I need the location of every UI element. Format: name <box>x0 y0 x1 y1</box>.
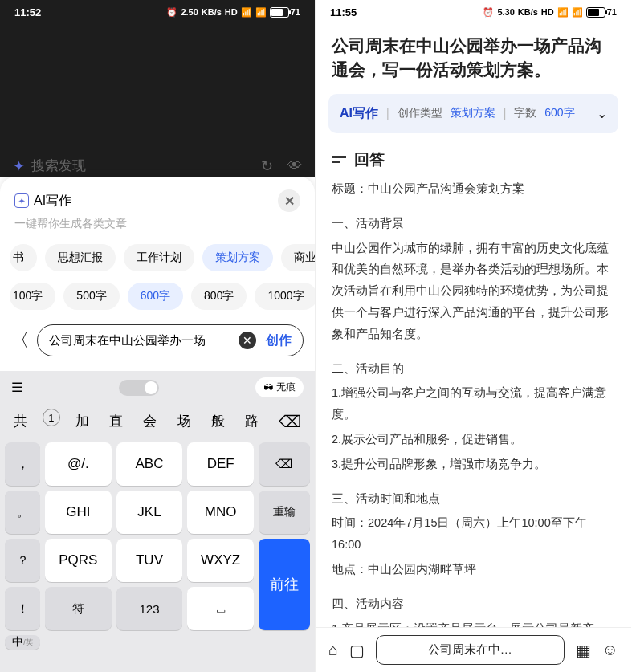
key-at[interactable]: @/. <box>45 442 112 486</box>
kbd-menu-icon[interactable]: ☰ <box>11 380 22 395</box>
key-comma[interactable]: ， <box>5 442 40 486</box>
alarm-icon: ⏰ <box>166 7 177 18</box>
assistant-icon[interactable]: ☺ <box>602 641 618 659</box>
chip-category[interactable]: 书 <box>10 244 37 271</box>
key-ghi[interactable]: GHI <box>45 491 112 534</box>
prompt-input[interactable] <box>49 334 234 348</box>
chip-length[interactable]: 100字 <box>10 283 55 310</box>
ai-writing-sheet: ✦ AI写作 ✕ 一键帮你生成各类文章 书 思想汇报 工作计划 策划方案 商业计… <box>0 177 315 672</box>
chip-length[interactable]: 1000字 <box>255 283 315 310</box>
kbd-candidate[interactable]: 般 <box>206 409 230 434</box>
keyboard: ☰ 🕶 无痕 共 1 加 直 会 场 般 路 ⌫ ， @/. <box>0 371 315 672</box>
key-mno[interactable]: MNO <box>187 491 254 534</box>
list-item: 时间：2024年7月15日（周六）上午10:00至下午16:00 <box>332 512 615 556</box>
net-unit: KB/s <box>202 7 222 17</box>
hd-icon: HD <box>225 7 238 17</box>
kbd-backspace-icon[interactable]: ⌫ <box>274 409 306 434</box>
sparkle-icon: ✦ <box>13 157 25 175</box>
status-time: 11:52 <box>14 6 41 18</box>
config-box[interactable]: AI写作 | 创作类型 策划方案 | 字数 600字 ⌄ <box>328 94 618 133</box>
incognito-icon: 🕶 <box>263 382 273 393</box>
key-123[interactable]: 123 <box>116 587 183 630</box>
kbd-candidate[interactable]: 场 <box>173 409 196 434</box>
length-chips: 100字 500字 600字 800字 1000字 <box>0 279 315 313</box>
create-button[interactable]: 创作 <box>261 332 296 349</box>
chevron-down-icon[interactable]: ⌄ <box>597 106 607 121</box>
section-head: 一、活动背景 <box>332 213 615 234</box>
key-period[interactable]: 。 <box>5 491 40 534</box>
back-icon[interactable]: 〈 <box>11 328 29 352</box>
prompt-title: 公司周末在中山公园举办一场产品沟通会，写一份活动策划方案。 <box>316 24 631 94</box>
chip-category[interactable]: 商业计划 <box>281 244 315 271</box>
net-speed: 5.30 <box>497 7 514 17</box>
status-indicators: ⏰ 5.30 KB/s HD 📶 📶 71 <box>483 7 617 18</box>
answer-icon <box>332 156 346 163</box>
hd-icon: HD <box>541 7 554 17</box>
chip-length[interactable]: 500字 <box>63 283 119 310</box>
signal-icon: 📶 <box>557 7 569 18</box>
battery-indicator: 71 <box>586 7 617 18</box>
wifi-icon: 📶 <box>572 7 583 18</box>
kbd-candidate[interactable]: 会 <box>138 409 161 434</box>
status-bar: 11:52 ⏰ 2.50 KB/s HD 📶 📶 71 <box>0 0 315 24</box>
chip-length[interactable]: 600字 <box>128 283 183 310</box>
clear-icon[interactable]: ✕ <box>239 332 256 349</box>
kbd-candidates: 共 1 加 直 会 场 般 路 ⌫ <box>0 404 315 439</box>
eye-icon[interactable]: 👁 <box>287 157 302 175</box>
kbd-candidate[interactable]: 1 <box>43 409 60 426</box>
key-reinput[interactable]: 重输 <box>259 491 310 534</box>
refresh-icon[interactable]: ↻ <box>261 157 273 175</box>
kbd-candidate[interactable]: 直 <box>104 409 128 434</box>
answer-label: 回答 <box>354 149 385 170</box>
config-type-value: 策划方案 <box>451 106 495 120</box>
kbd-candidate[interactable]: 路 <box>240 409 263 434</box>
kbd-candidate[interactable]: 加 <box>71 409 94 434</box>
key-lang[interactable]: 中/英 <box>5 635 40 650</box>
chip-length[interactable]: 800字 <box>191 283 247 310</box>
category-chips: 书 思想汇报 工作计划 策划方案 商业计划 <box>0 241 315 275</box>
section-head: 二、活动目的 <box>332 358 615 380</box>
search-discover-row: ✦ 搜索发现 ↻ 👁 <box>0 157 315 175</box>
article-title: 标题：中山公园产品沟通会策划方案 <box>332 178 615 200</box>
key-def[interactable]: DEF <box>187 442 254 486</box>
config-type-label: 创作类型 <box>398 106 442 120</box>
battery-indicator: 71 <box>270 7 300 18</box>
status-time: 11:55 <box>330 6 357 18</box>
chip-category[interactable]: 思想汇报 <box>45 244 116 271</box>
sheet-title: AI写作 <box>34 193 71 210</box>
list-item: 地点：中山公园内湖畔草坪 <box>332 559 615 580</box>
apps-icon[interactable]: ▦ <box>576 641 591 660</box>
chip-category[interactable]: 工作计划 <box>124 244 194 271</box>
key-pqrs[interactable]: PQRS <box>45 539 112 582</box>
key-tuv[interactable]: TUV <box>116 539 183 582</box>
status-indicators: ⏰ 2.50 KB/s HD 📶 📶 71 <box>166 7 300 18</box>
close-icon[interactable]: ✕ <box>278 189 300 212</box>
ai-icon: ✦ <box>14 193 29 208</box>
kbd-candidate[interactable]: 共 <box>9 409 32 434</box>
key-question[interactable]: ？ <box>5 539 40 582</box>
kbd-incognito-toggle[interactable]: 🕶 无痕 <box>255 377 304 397</box>
key-wxyz[interactable]: WXYZ <box>187 539 254 582</box>
net-speed: 2.50 <box>181 7 198 17</box>
signal-icon: 📶 <box>241 7 252 18</box>
ai-badge: AI写作 <box>340 105 378 122</box>
status-bar: 11:55 ⏰ 5.30 KB/s HD 📶 📶 71 <box>316 0 631 24</box>
key-jkl[interactable]: JKL <box>116 491 183 534</box>
section-head: 四、活动内容 <box>332 593 615 615</box>
kbd-slider[interactable] <box>119 380 159 396</box>
key-backspace[interactable]: ⌫ <box>259 442 310 486</box>
key-exclaim[interactable]: ！ <box>5 587 40 630</box>
sheet-subtitle: 一键帮你生成各类文章 <box>0 215 315 241</box>
key-go[interactable]: 前往 <box>259 539 310 630</box>
key-space[interactable]: ⎵ <box>187 587 254 630</box>
bottom-search[interactable]: 公司周末在中… <box>376 635 564 665</box>
section-body: 中山公园作为城市的绿肺，拥有丰富的历史文化底蕴和优美的自然环境，是举办各类活动的… <box>332 238 615 345</box>
net-unit: KB/s <box>518 7 538 17</box>
home-icon[interactable]: ⌂ <box>328 641 338 659</box>
wifi-icon: 📶 <box>255 7 267 18</box>
chip-category[interactable]: 策划方案 <box>202 244 273 271</box>
prompt-input-container[interactable]: ✕ 创作 <box>37 324 304 356</box>
key-symbols[interactable]: 符 <box>45 587 112 630</box>
key-abc[interactable]: ABC <box>116 442 183 486</box>
tabs-icon[interactable]: ▢ <box>349 641 365 660</box>
